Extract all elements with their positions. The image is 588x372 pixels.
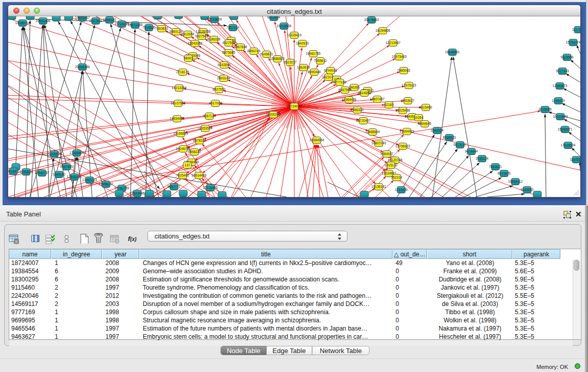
svg-text:9084067: 9084067 xyxy=(380,152,394,156)
svg-text:20053346: 20053346 xyxy=(75,65,90,69)
svg-text:20206536: 20206536 xyxy=(47,152,62,156)
svg-text:16154808: 16154808 xyxy=(376,29,390,32)
svg-text:6497568: 6497568 xyxy=(338,88,352,92)
svg-text:20691406: 20691406 xyxy=(36,19,51,23)
svg-text:9327505: 9327505 xyxy=(195,34,208,38)
svg-text:1362615: 1362615 xyxy=(297,65,310,69)
svg-text:15692971: 15692971 xyxy=(558,127,573,131)
svg-text:1840910: 1840910 xyxy=(296,41,309,45)
svg-text:15716485: 15716485 xyxy=(203,186,218,189)
svg-text:7632621: 7632621 xyxy=(489,165,502,168)
svg-text:10807487: 10807487 xyxy=(370,97,385,101)
svg-text:5498222: 5498222 xyxy=(188,150,201,154)
svg-text:16961755: 16961755 xyxy=(306,52,321,55)
svg-text:6466160: 6466160 xyxy=(103,18,116,21)
svg-text:10973493: 10973493 xyxy=(392,55,407,58)
svg-text:3267130: 3267130 xyxy=(203,114,216,118)
svg-text:13654923: 13654923 xyxy=(400,129,415,133)
svg-text:9463627: 9463627 xyxy=(401,99,415,102)
svg-text:10958137: 10958137 xyxy=(99,182,114,186)
svg-text:1527602: 1527602 xyxy=(89,19,102,23)
svg-text:9474444: 9474444 xyxy=(465,149,478,153)
svg-text:7663822: 7663822 xyxy=(155,27,168,30)
svg-text:9097585: 9097585 xyxy=(60,165,73,168)
svg-text:16543362: 16543362 xyxy=(188,41,203,45)
svg-text:16033809: 16033809 xyxy=(207,17,222,21)
svg-text:10688609: 10688609 xyxy=(365,130,380,134)
svg-text:16210643: 16210643 xyxy=(553,115,568,118)
svg-text:12213369: 12213369 xyxy=(172,86,187,90)
svg-text:10264: 10264 xyxy=(414,116,423,119)
svg-text:9146821: 9146821 xyxy=(260,52,273,56)
svg-text:9242845: 9242845 xyxy=(217,63,231,67)
svg-text:17975115: 17975115 xyxy=(402,83,417,87)
svg-text:13226058: 13226058 xyxy=(196,30,211,33)
svg-text:8454749: 8454749 xyxy=(247,49,260,53)
svg-text:19218506: 19218506 xyxy=(277,24,292,28)
svg-text:7955812: 7955812 xyxy=(314,59,327,62)
svg-text:4017006: 4017006 xyxy=(209,101,222,105)
svg-text:2935114: 2935114 xyxy=(476,157,489,160)
svg-text:5875685: 5875685 xyxy=(222,51,235,54)
svg-text:1167533: 1167533 xyxy=(570,158,580,161)
svg-text:16120746: 16120746 xyxy=(388,158,403,162)
svg-text:16648541: 16648541 xyxy=(445,50,460,54)
svg-text:12923446: 12923446 xyxy=(130,191,145,195)
svg-text:10025438: 10025438 xyxy=(396,108,410,112)
svg-text:19654955: 19654955 xyxy=(170,117,185,120)
svg-text:7357224: 7357224 xyxy=(226,26,239,29)
svg-text:62160: 62160 xyxy=(384,103,394,106)
svg-text:98901: 98901 xyxy=(184,56,193,60)
svg-text:18724007: 18724007 xyxy=(287,104,302,108)
svg-text:8186328: 8186328 xyxy=(207,37,221,41)
svg-text:1640934: 1640934 xyxy=(430,128,444,132)
svg-text:15136141: 15136141 xyxy=(372,185,386,188)
svg-text:252214: 252214 xyxy=(391,176,402,179)
svg-text:17016504: 17016504 xyxy=(561,143,576,147)
svg-text:1545190: 1545190 xyxy=(52,172,66,176)
svg-text:7986322: 7986322 xyxy=(351,108,364,112)
svg-text:2967608: 2967608 xyxy=(234,45,247,49)
svg-text:12213967: 12213967 xyxy=(386,41,401,45)
svg-text:15886520: 15886520 xyxy=(270,57,285,60)
svg-text:9227343: 9227343 xyxy=(556,69,569,73)
svg-text:8427552: 8427552 xyxy=(212,87,226,91)
svg-text:16782759: 16782759 xyxy=(115,186,129,190)
svg-text:9245652: 9245652 xyxy=(520,188,534,191)
svg-text:6899695: 6899695 xyxy=(418,122,431,125)
svg-text:21364436: 21364436 xyxy=(342,98,357,101)
svg-text:8938923: 8938923 xyxy=(443,136,456,139)
svg-text:15751074: 15751074 xyxy=(566,40,580,44)
svg-text:12942737: 12942737 xyxy=(35,171,50,174)
svg-text:1156829: 1156829 xyxy=(20,170,33,173)
svg-text:11353594: 11353594 xyxy=(198,126,213,130)
svg-text:20876862: 20876862 xyxy=(364,18,379,21)
svg-text:11325419: 11325419 xyxy=(287,33,302,37)
svg-text:9860124: 9860124 xyxy=(169,30,183,33)
svg-text:8878334: 8878334 xyxy=(193,139,206,142)
svg-text:6322037: 6322037 xyxy=(284,60,297,64)
svg-text:12505135: 12505135 xyxy=(67,175,82,179)
svg-text:1117345: 1117345 xyxy=(572,28,580,31)
svg-text:12093873: 12093873 xyxy=(553,84,568,87)
svg-text:6794028: 6794028 xyxy=(324,69,337,72)
svg-text:9657771: 9657771 xyxy=(167,185,181,188)
svg-text:15720407: 15720407 xyxy=(356,119,371,122)
svg-text:6879197: 6879197 xyxy=(453,143,467,146)
svg-text:3215958: 3215958 xyxy=(538,107,552,111)
svg-text:8813054: 8813054 xyxy=(267,16,280,19)
svg-text:19384554: 19384554 xyxy=(310,138,324,142)
svg-text:8990448: 8990448 xyxy=(308,70,321,74)
svg-text:18807249: 18807249 xyxy=(372,141,386,145)
svg-text:1244419: 1244419 xyxy=(552,99,565,102)
svg-text:137: 137 xyxy=(185,163,190,167)
svg-text:19756923: 19756923 xyxy=(396,144,410,148)
svg-text:2718176: 2718176 xyxy=(176,70,189,74)
svg-text:10671355: 10671355 xyxy=(128,23,143,27)
svg-text:16107554: 16107554 xyxy=(171,101,186,105)
svg-text:9329966: 9329966 xyxy=(560,55,574,59)
svg-text:19166825: 19166825 xyxy=(173,132,188,135)
svg-text:10719155: 10719155 xyxy=(115,22,129,26)
svg-text:1733426: 1733426 xyxy=(395,188,408,191)
svg-text:14055714: 14055714 xyxy=(15,21,30,25)
